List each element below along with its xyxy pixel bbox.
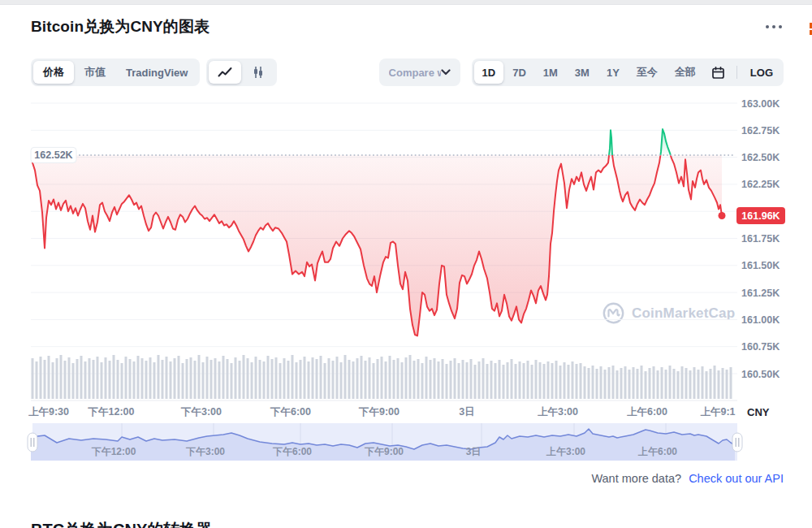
x-axis-label: 下午6:00 — [270, 406, 311, 418]
price-chart[interactable]: 162.52K161.96K163.00K162.75K162.50K162.2… — [0, 0, 812, 528]
last-price-dot — [719, 212, 726, 219]
x-axis-labels: 上午9:30下午12:00下午3:00下午6:00下午9:003日上午3:00上… — [28, 406, 736, 418]
x-axis-label: 下午3:00 — [180, 406, 222, 418]
x-axis-label: 上午9:30 — [28, 406, 69, 418]
navigator-handle-left[interactable] — [28, 433, 37, 452]
y-axis-label: 161.25K — [741, 288, 780, 299]
y-axis-label: 162.25K — [741, 179, 780, 190]
y-axis-label: 161.00K — [741, 314, 780, 326]
api-promo: Want more data? Check out our API — [591, 472, 784, 485]
navigator[interactable]: 下午12:00下午3:00下午6:00下午9:003日上午3:00上午6:00 — [28, 423, 742, 461]
x-axis-label: 上午3:00 — [538, 406, 578, 418]
navigator-label: 下午6:00 — [272, 446, 312, 457]
currency-unit-label: CNY — [747, 406, 770, 418]
api-link[interactable]: Check out our API — [689, 472, 784, 485]
svg-text:161.96K: 161.96K — [741, 210, 780, 222]
navigator-label: 下午9:00 — [364, 446, 404, 457]
y-axis-label: 162.75K — [741, 125, 780, 136]
volume-bars — [32, 355, 732, 399]
x-axis-label: 上午6:00 — [627, 406, 667, 418]
x-axis-label: 上午9:1 — [700, 406, 735, 418]
navigator-label: 下午12:00 — [91, 446, 136, 457]
x-axis-label: 3日 — [459, 406, 474, 418]
y-axis-label: 160.75K — [741, 341, 780, 353]
navigator-handle-right[interactable] — [732, 433, 742, 452]
navigator-label: 上午6:00 — [637, 446, 677, 457]
last-price-badge: 161.96K — [736, 207, 785, 224]
price-area-below-ref — [32, 129, 722, 335]
x-axis-label: 下午12:00 — [88, 406, 135, 418]
navigator-label: 上午3:00 — [546, 446, 585, 457]
y-axis-label: 161.75K — [741, 233, 780, 245]
svg-text:162.52K: 162.52K — [34, 149, 72, 161]
navigator-label: 3日 — [466, 446, 482, 457]
next-section-title: BTC兑换为CNY的转换器 — [31, 519, 212, 528]
y-axis-label: 161.50K — [741, 260, 780, 271]
navigator-label: 下午3:00 — [185, 446, 225, 457]
y-axis-label: 163.00K — [741, 98, 780, 110]
y-axis-label: 160.50K — [741, 369, 780, 380]
ref-price-label: 162.52K — [31, 147, 76, 162]
api-promo-text: Want more data? — [591, 472, 681, 485]
y-axis-label: 162.50K — [741, 152, 780, 163]
x-axis-label: 下午9:00 — [358, 406, 400, 418]
y-axis-labels: 163.00K162.75K162.50K162.25K161.75K161.5… — [741, 98, 780, 380]
